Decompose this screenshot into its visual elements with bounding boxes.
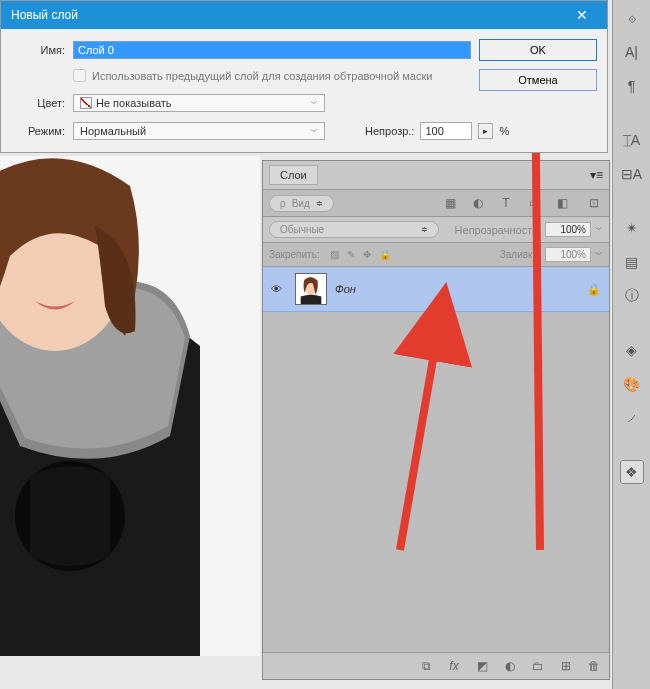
- adjustment-layer-icon[interactable]: ◐: [501, 657, 519, 675]
- opacity-suffix: %: [499, 125, 509, 137]
- filter-smart-icon[interactable]: ◧: [553, 194, 571, 212]
- color-field-label: Цвет:: [15, 97, 65, 109]
- visibility-eye-icon[interactable]: 👁: [271, 283, 287, 295]
- cancel-button[interactable]: Отмена: [479, 69, 597, 91]
- opacity-flyout-icon[interactable]: ▸: [478, 123, 493, 139]
- layers-panel: Слои ▾≡ ρ Вид ≑ ▦ ◐ T ▭ ◧ ⊡ Обычные ≑ Не…: [262, 160, 610, 680]
- opacity-field-label: Непрозр.:: [365, 125, 414, 137]
- layer-name-label[interactable]: Фон: [335, 283, 356, 295]
- lock-pixels-icon[interactable]: ▨: [330, 249, 339, 260]
- new-layer-dialog: Новый слой ✕ Имя: Использовать предыдущи…: [0, 0, 608, 153]
- tab-layers[interactable]: Слои: [269, 165, 318, 185]
- layer-thumbnail[interactable]: [295, 273, 327, 305]
- layer-group-icon[interactable]: 🗀: [529, 657, 547, 675]
- history-icon[interactable]: ⟐: [620, 6, 644, 30]
- info-icon[interactable]: ⓘ: [620, 284, 644, 308]
- filter-label: Вид: [292, 198, 310, 209]
- layers-icon[interactable]: ❖: [620, 460, 644, 484]
- name-label: Имя:: [15, 44, 65, 56]
- color-select[interactable]: Не показывать ﹀: [73, 94, 325, 112]
- paragraph-icon[interactable]: ¶: [620, 74, 644, 98]
- chevron-down-icon: ﹀: [310, 126, 318, 137]
- clipmask-label: Использовать предыдущий слой для создани…: [92, 70, 432, 82]
- layer-fill-input[interactable]: 100%: [545, 247, 591, 262]
- para-styles-icon[interactable]: ⊟A: [620, 162, 644, 186]
- char-styles-icon[interactable]: ⌶A: [620, 128, 644, 152]
- chevron-down-icon: ≑: [316, 199, 323, 208]
- filter-adjust-icon[interactable]: ◐: [469, 194, 487, 212]
- opacity-value: 100: [425, 125, 443, 137]
- chevron-down-icon: ﹀: [310, 98, 318, 109]
- lock-label: Закрепить:: [269, 249, 320, 260]
- layer-name-input[interactable]: [73, 41, 471, 59]
- dialog-titlebar[interactable]: Новый слой ✕: [1, 1, 607, 29]
- right-sidebar: ⟐ A| ¶ ⌶A ⊟A ✴ ▤ ⓘ ◈ 🎨 ⟋ ❖: [612, 0, 650, 689]
- filter-type-icon[interactable]: T: [497, 194, 515, 212]
- document-image: [0, 156, 260, 656]
- character-icon[interactable]: A|: [620, 40, 644, 64]
- dialog-title: Новый слой: [11, 8, 78, 22]
- clipmask-checkbox: [73, 69, 86, 82]
- panel-menu-icon[interactable]: ▾≡: [590, 168, 603, 182]
- lock-position-icon[interactable]: ✥: [363, 249, 371, 260]
- cube3d-icon[interactable]: ◈: [620, 338, 644, 362]
- layer-opacity-input[interactable]: 100%: [545, 222, 591, 237]
- chevron-down-icon[interactable]: ﹀: [595, 224, 603, 235]
- chevron-down-icon[interactable]: ﹀: [595, 249, 603, 260]
- ok-button[interactable]: OK: [479, 39, 597, 61]
- paths-icon[interactable]: ⟋: [620, 406, 644, 430]
- layer-fx-icon[interactable]: fx: [445, 657, 463, 675]
- swatches-icon[interactable]: ▤: [620, 250, 644, 274]
- color-icon[interactable]: 🎨: [620, 372, 644, 396]
- layer-item[interactable]: 👁 Фон 🔒: [263, 267, 609, 312]
- filter-shape-icon[interactable]: ▭: [525, 194, 543, 212]
- no-color-icon: [80, 97, 92, 109]
- fill-label: Заливка:: [500, 249, 541, 260]
- close-icon[interactable]: ✕: [567, 7, 597, 23]
- mode-value: Нормальный: [80, 125, 146, 137]
- chevron-down-icon: ≑: [421, 225, 428, 234]
- blend-mode-select[interactable]: Обычные ≑: [269, 221, 439, 238]
- blend-mode-value: Обычные: [280, 224, 324, 235]
- blend-mode-select[interactable]: Нормальный ﹀: [73, 122, 325, 140]
- opacity-input[interactable]: 100: [420, 122, 472, 140]
- layer-mask-icon[interactable]: ◩: [473, 657, 491, 675]
- opacity-label: Непрозрачность:: [455, 224, 541, 236]
- filter-toggle-icon[interactable]: ⊡: [585, 194, 603, 212]
- filter-pixel-icon[interactable]: ▦: [441, 194, 459, 212]
- link-layers-icon[interactable]: ⧉: [417, 657, 435, 675]
- new-layer-icon[interactable]: ⊞: [557, 657, 575, 675]
- delete-layer-icon[interactable]: 🗑: [585, 657, 603, 675]
- navigator-icon[interactable]: ✴: [620, 216, 644, 240]
- layer-kind-filter[interactable]: ρ Вид ≑: [269, 195, 334, 212]
- mode-label: Режим:: [15, 125, 65, 137]
- panel-bottom-toolbar: ⧉ fx ◩ ◐ 🗀 ⊞ 🗑: [263, 652, 609, 679]
- lock-all-icon[interactable]: 🔒: [379, 249, 391, 260]
- color-value: Не показывать: [96, 97, 172, 109]
- lock-brush-icon[interactable]: ✎: [347, 249, 355, 260]
- canvas-area[interactable]: [0, 156, 260, 656]
- layer-locked-icon[interactable]: 🔒: [587, 283, 601, 296]
